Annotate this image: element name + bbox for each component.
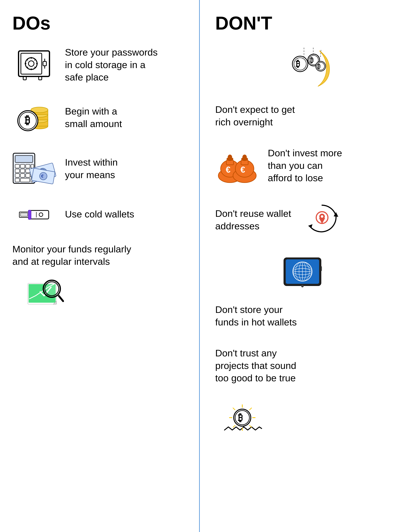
svg-line-10 — [34, 59, 36, 60]
main-container: DOs — [0, 0, 402, 532]
calculator-bills-icon: € € — [12, 152, 56, 186]
svg-line-113 — [233, 425, 235, 427]
svg-rect-51 — [29, 210, 49, 219]
svg-rect-33 — [15, 169, 19, 173]
svg-point-3 — [28, 61, 34, 66]
location-rotate-icon — [300, 203, 344, 237]
svg-rect-29 — [15, 164, 19, 168]
reuse-address-text: Don't reuse wallet addresses — [215, 207, 291, 232]
svg-line-112 — [250, 408, 252, 410]
svg-line-111 — [233, 408, 235, 410]
svg-rect-1 — [21, 53, 42, 74]
invest-more-item: € € Don't invest more than you can affor… — [215, 147, 390, 184]
svg-rect-41 — [15, 178, 19, 182]
safe-icon — [12, 48, 56, 82]
svg-rect-53 — [21, 213, 28, 216]
svg-rect-38 — [20, 174, 25, 177]
tablet-globe-icon — [215, 255, 390, 290]
svg-text:₿: ₿ — [238, 412, 243, 423]
svg-text:₿: ₿ — [318, 63, 320, 70]
svg-text:€: € — [226, 165, 230, 174]
svg-point-23 — [31, 107, 48, 113]
svg-rect-32 — [31, 164, 34, 168]
usb-icon — [12, 204, 56, 224]
svg-rect-12 — [43, 61, 46, 66]
moon-bitcoin-icon: ₿ ₿ ₿ — [215, 46, 390, 89]
hot-wallets-item: Don't store your funds in hot wallets — [215, 255, 390, 328]
bitcoin-coins-icon: ₿ — [12, 102, 56, 133]
cold-wallets-item: Use cold wallets — [12, 204, 187, 224]
svg-text:₿: ₿ — [25, 114, 30, 126]
monitor-funds-item: Monitor your funds regularly and at regu… — [12, 243, 187, 308]
svg-line-63 — [58, 295, 59, 296]
invest-means-item: € € Invest within your means — [12, 152, 187, 186]
svg-rect-103 — [321, 266, 322, 271]
svg-point-95 — [301, 285, 304, 287]
svg-point-80 — [228, 155, 232, 159]
svg-text:€: € — [241, 165, 245, 174]
svg-rect-42 — [20, 178, 30, 182]
svg-rect-28 — [15, 156, 33, 163]
svg-line-8 — [27, 59, 28, 60]
bitcoin-dangerous-icon: ₿ — [215, 400, 390, 437]
svg-rect-37 — [15, 174, 19, 177]
dos-title: DOs — [12, 12, 187, 34]
svg-line-114 — [250, 425, 252, 427]
svg-text:₿: ₿ — [296, 59, 300, 69]
svg-line-11 — [27, 67, 28, 68]
hot-wallets-text: Don't store your funds in hot wallets — [215, 304, 297, 328]
svg-point-86 — [242, 155, 247, 159]
chart-magnifier-icon — [12, 274, 187, 308]
monitor-funds-text: Monitor your funds regularly and at regu… — [12, 243, 131, 268]
money-bags-icon: € € — [215, 149, 259, 183]
svg-rect-30 — [20, 164, 25, 168]
donts-title: DON'T — [215, 12, 390, 34]
donts-column: DON'T ₿ ₿ — [200, 0, 402, 532]
rich-overnight-item: ₿ ₿ ₿ Don't expect to get rich overnight — [215, 46, 390, 128]
reuse-address-item: Don't reuse wallet addresses — [215, 203, 390, 237]
svg-text:₿: ₿ — [310, 57, 313, 64]
invest-more-text: Don't invest more than you can afford to… — [268, 147, 342, 184]
svg-line-9 — [34, 67, 36, 68]
svg-rect-39 — [26, 174, 30, 177]
dos-column: DOs — [0, 0, 200, 532]
cold-wallets-text: Use cold wallets — [65, 208, 134, 221]
store-passwords-item: Store your passwords in cold storage in … — [12, 46, 187, 83]
too-good-text: Don't trust any projects that sound too … — [215, 347, 296, 384]
too-good-item: Don't trust any projects that sound too … — [215, 347, 390, 437]
svg-point-92 — [321, 215, 323, 218]
begin-small-item: ₿ Begin with a small amount — [12, 102, 187, 133]
begin-small-text: Begin with a small amount — [65, 105, 122, 130]
rich-overnight-text: Don't expect to get rich overnight — [215, 103, 295, 128]
invest-means-text: Invest within your means — [65, 156, 118, 181]
svg-rect-54 — [28, 210, 31, 219]
svg-rect-34 — [20, 169, 25, 173]
svg-line-62 — [58, 295, 63, 301]
store-passwords-text: Store your passwords in cold storage in … — [65, 46, 158, 83]
svg-rect-31 — [26, 164, 30, 168]
